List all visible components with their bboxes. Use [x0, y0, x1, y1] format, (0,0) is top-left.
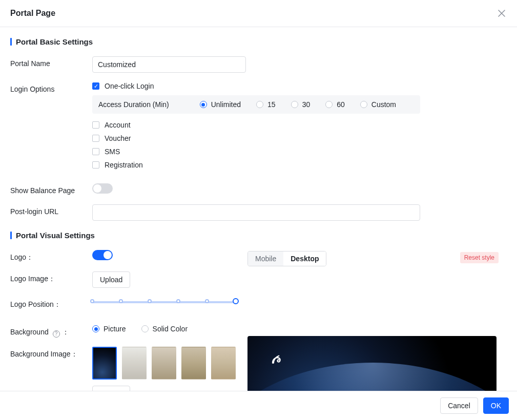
modal-header: Portal Page [0, 0, 517, 27]
section-visual-title: Portal Visual Settings [10, 231, 507, 240]
label-login-options: Login Options [10, 82, 92, 93]
portal-preview [247, 336, 497, 393]
bg-thumb-1[interactable] [122, 347, 147, 380]
radio-unlimited[interactable] [200, 101, 207, 108]
row-portal-name: Portal Name [10, 56, 507, 73]
duration-custom[interactable]: Custom [360, 100, 396, 109]
label-background-image: Background Image： [10, 347, 92, 359]
row-login-options: Login Options One-click Login Access Dur… [10, 82, 507, 174]
checkbox-registration[interactable] [92, 161, 99, 169]
bg-picture[interactable]: Picture [92, 325, 126, 333]
label-portal-name: Portal Name [10, 56, 92, 68]
close-icon[interactable] [497, 8, 507, 18]
checkbox-account[interactable] [92, 121, 99, 129]
label-post-login-url: Post-login URL [10, 204, 92, 216]
modal-footer: Cancel OK [0, 391, 517, 420]
duration-30[interactable]: 30 [291, 100, 311, 109]
switch-logo[interactable] [92, 250, 113, 260]
one-click-label: One-click Login [105, 82, 154, 90]
access-duration-label: Access Duration (Min) [98, 100, 169, 109]
portal-name-input[interactable] [92, 56, 246, 73]
row-show-balance: Show Balance Page [10, 183, 507, 195]
bg-thumb-0[interactable] [92, 347, 117, 380]
bg-thumb-4[interactable] [211, 347, 236, 380]
checkbox-sms[interactable] [92, 148, 99, 155]
radio-30[interactable] [291, 101, 298, 108]
preview-logo-icon [269, 351, 283, 366]
radio-custom[interactable] [360, 101, 367, 108]
checkbox-one-click[interactable] [92, 82, 99, 90]
duration-15[interactable]: 15 [256, 100, 276, 109]
label-show-balance: Show Balance Page [10, 183, 92, 195]
help-icon[interactable]: ? [53, 330, 60, 338]
preview-panel: Mobile Desktop Reset style [247, 251, 499, 393]
label-logo-image: Logo Image： [10, 271, 92, 284]
device-tabs: Mobile Desktop [247, 251, 326, 266]
access-duration-box: Access Duration (Min) Unlimited 15 30 [92, 95, 420, 114]
label-logo-position: Logo Position： [10, 297, 92, 309]
duration-radio-group: Unlimited 15 30 60 [200, 100, 396, 109]
duration-60[interactable]: 60 [325, 100, 345, 109]
label-background: Background ? ： [10, 325, 92, 338]
tab-mobile[interactable]: Mobile [248, 251, 283, 266]
upload-logo-button[interactable]: Upload [92, 271, 130, 288]
duration-unlimited[interactable]: Unlimited [200, 100, 241, 109]
switch-show-balance[interactable] [92, 183, 113, 194]
bg-solid[interactable]: Solid Color [141, 325, 188, 333]
slider-handle[interactable] [233, 298, 239, 304]
ok-button[interactable]: OK [483, 397, 509, 414]
logo-position-slider[interactable] [92, 297, 236, 303]
row-post-login-url: Post-login URL [10, 204, 507, 221]
modal-title: Portal Page [10, 9, 55, 18]
cancel-button[interactable]: Cancel [440, 397, 478, 414]
post-login-url-input[interactable] [92, 204, 420, 221]
reset-style-button[interactable]: Reset style [460, 252, 499, 263]
bg-thumb-2[interactable] [152, 347, 176, 380]
option-one-click[interactable]: One-click Login [92, 82, 507, 90]
bg-thumb-3[interactable] [181, 347, 206, 380]
radio-15[interactable] [256, 101, 263, 108]
option-account[interactable]: Account [92, 121, 507, 129]
section-basic-title: Portal Basic Settings [10, 37, 507, 46]
option-registration[interactable]: Registration [92, 161, 507, 169]
option-voucher[interactable]: Voucher [92, 134, 507, 142]
option-sms[interactable]: SMS [92, 148, 507, 156]
radio-solid[interactable] [141, 325, 149, 332]
label-logo: Logo： [10, 250, 92, 262]
checkbox-voucher[interactable] [92, 135, 99, 142]
radio-picture[interactable] [92, 325, 99, 332]
radio-60[interactable] [325, 101, 333, 108]
tab-desktop[interactable]: Desktop [283, 251, 326, 266]
